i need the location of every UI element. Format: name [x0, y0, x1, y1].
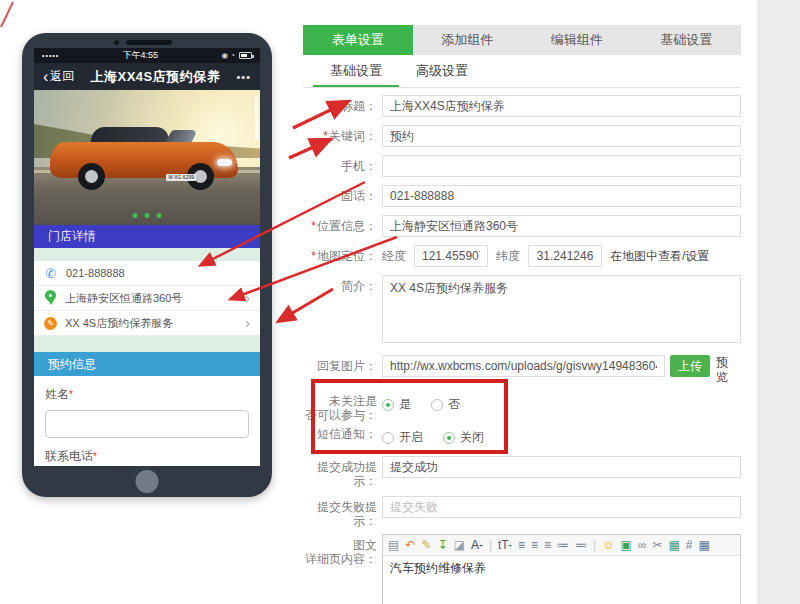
list-item-address[interactable]: 上海静安区恒通路360号 ›	[34, 286, 260, 311]
phone-page-title: 上海XX4S店预约保养	[74, 68, 236, 86]
mobile-input[interactable]	[382, 155, 741, 177]
map-view-link[interactable]: 在地图中查看/设置	[610, 248, 709, 265]
font-color-icon[interactable]: A-	[471, 538, 483, 552]
required-asterisk: *	[335, 99, 340, 113]
format-brush-icon[interactable]: ✎	[421, 538, 431, 552]
subtab-basic-settings[interactable]: 基础设置	[313, 55, 399, 87]
preview-link[interactable]: 预览	[716, 355, 730, 385]
radio-selected-icon[interactable]	[443, 432, 455, 444]
phone-icon: ✆	[44, 266, 58, 281]
radio-unselected-icon[interactable]	[431, 399, 443, 411]
carousel-dots[interactable]	[133, 213, 162, 218]
toolbar-separator: |	[489, 538, 492, 552]
tel-input[interactable]	[382, 185, 741, 207]
required-asterisk: *	[311, 249, 316, 263]
longitude-input[interactable]	[414, 245, 488, 267]
settings-form: *标题： *关键词： 手机： 固话： *位置信息： *地图定位： 经度 纬度	[303, 88, 741, 604]
back-button[interactable]: ‹ 返回	[43, 68, 74, 85]
upload-button[interactable]: 上传	[670, 355, 710, 377]
keyword-input[interactable]	[382, 125, 741, 147]
form-row-fail-tip: 提交失败提示：	[303, 496, 741, 528]
radio-follow-no[interactable]: 否	[431, 396, 460, 413]
map-label: *地图定位：	[303, 245, 377, 263]
undo-icon[interactable]: ↶	[405, 538, 415, 552]
battery-icon	[239, 52, 252, 59]
latitude-label: 纬度	[496, 248, 520, 265]
emoji-icon[interactable]: ☺	[602, 538, 614, 552]
title-label: *标题：	[303, 95, 377, 113]
align-center-icon[interactable]: ≡	[531, 538, 538, 552]
car-illustration: M·XG 6299	[50, 126, 238, 190]
title-input[interactable]	[382, 95, 741, 117]
carousel-dot[interactable]	[145, 213, 150, 218]
location-input[interactable]	[382, 215, 741, 237]
store-service: XX 4S店预约保养服务	[65, 316, 245, 331]
tab-form-settings[interactable]: 表单设置	[303, 25, 413, 55]
font-size-icon[interactable]: tT-	[498, 538, 512, 552]
tab-basic-settings[interactable]: 基础设置	[632, 25, 742, 55]
list-item-service[interactable]: ✎ XX 4S店预约保养服务 ›	[34, 311, 260, 336]
subtab-advanced-settings[interactable]: 高级设置	[399, 55, 485, 87]
home-button[interactable]	[136, 470, 159, 493]
form-row-keyword: *关键词：	[303, 125, 741, 147]
camera-icon	[114, 40, 119, 45]
radio-unselected-icon[interactable]	[382, 432, 394, 444]
intro-textarea[interactable]: XX 4S店预约保养服务	[382, 275, 741, 343]
list-item-phone[interactable]: ✆ 021-888888	[34, 261, 260, 286]
radio-selected-icon[interactable]	[382, 399, 394, 411]
sms-label: 短信通知：	[303, 426, 377, 441]
status-time: 下午4:55	[59, 49, 221, 62]
radio-follow-yes[interactable]: 是	[382, 396, 411, 413]
link-icon[interactable]: ∞	[638, 538, 647, 552]
form-row-mobile: 手机：	[303, 155, 741, 177]
paste-icon[interactable]: ↧	[437, 538, 447, 552]
alarm-icon: ◔	[230, 51, 235, 60]
more-menu-icon[interactable]: •••	[236, 71, 251, 83]
location-pin-icon	[44, 290, 57, 306]
signal-dots-icon: •••••	[42, 52, 59, 59]
table-icon[interactable]: ▦	[698, 538, 709, 552]
ordered-list-icon[interactable]: ≔	[557, 538, 569, 552]
success-tip-input[interactable]	[382, 456, 741, 478]
name-input[interactable]	[45, 410, 249, 438]
editor-toolbar: ▤ ↶ ✎ ↧ ◪ A- | tT- ≡ ≡ ≡ ≔ ≕ | ☺	[383, 535, 740, 556]
form-row-location: *位置信息：	[303, 215, 741, 237]
latitude-input[interactable]	[528, 245, 602, 267]
source-icon[interactable]: ▤	[388, 538, 399, 552]
media-icon[interactable]: ▦	[668, 538, 679, 552]
align-left-icon[interactable]: ≡	[518, 538, 525, 552]
chevron-right-icon: ›	[245, 315, 250, 331]
unordered-list-icon[interactable]: ≕	[575, 538, 587, 552]
carousel-dot[interactable]	[133, 213, 138, 218]
tab-edit-component[interactable]: 编辑组件	[522, 25, 632, 55]
form-row-intro: 简介： XX 4S店预约保养服务	[303, 275, 741, 347]
store-phone-number: 021-888888	[66, 267, 250, 279]
phone-nav-bar: ‹ 返回 上海XX4S店预约保养 •••	[34, 63, 260, 90]
radio-sms-off[interactable]: 关闭	[443, 429, 484, 446]
scrollbar[interactable]	[255, 96, 258, 140]
reply-image-url-input[interactable]	[382, 355, 665, 377]
form-row-follow-required: 未关注是 否可以参与： 是 否	[303, 393, 741, 422]
radio-sms-on[interactable]: 开启	[382, 429, 423, 446]
unlink-icon[interactable]: ✂	[652, 538, 662, 552]
speaker-icon	[126, 40, 172, 45]
align-right-icon[interactable]: ≡	[544, 538, 551, 552]
table-grid-icon[interactable]: #	[686, 538, 693, 552]
reply-image-label: 回复图片：	[303, 355, 377, 373]
image-icon[interactable]: ▣	[620, 538, 631, 552]
mobile-label: 手机：	[303, 155, 377, 173]
phone-screen: ••••• 下午4:55 ◉ ◔ ‹ 返回 上海XX4S店预约保养 •••	[34, 48, 260, 466]
intro-label: 简介：	[303, 275, 377, 293]
car-license-plate: M·XG 6299	[166, 174, 196, 181]
page-right-margin	[757, 0, 800, 604]
carousel-dot[interactable]	[157, 213, 162, 218]
editor-content[interactable]: 汽车预约维修保养	[383, 556, 740, 604]
tab-add-component[interactable]: 添加组件	[413, 25, 523, 55]
tel-field-label: 联系电话*	[45, 448, 249, 465]
fail-tip-input[interactable]	[382, 496, 741, 518]
form-row-sms-notify: 短信通知： 开启 关闭	[303, 426, 741, 446]
required-asterisk: *	[323, 129, 328, 143]
eraser-icon[interactable]: ◪	[454, 538, 465, 552]
location-label: *位置信息：	[303, 215, 377, 233]
section-gap	[34, 336, 260, 352]
